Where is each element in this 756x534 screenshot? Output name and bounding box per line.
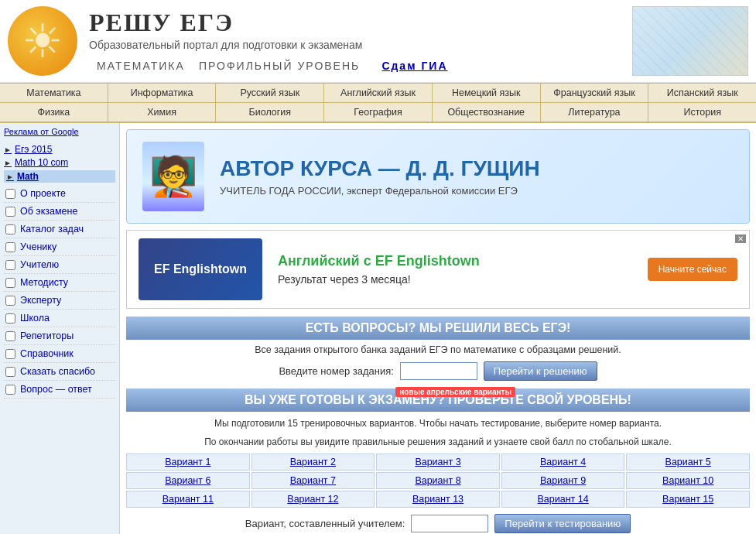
sidebar-link-8[interactable]: Репетиторы [4, 327, 115, 345]
sidebar-ad-1[interactable]: Math 10 com [4, 157, 115, 168]
sidebar-checkbox-8[interactable] [5, 331, 15, 341]
task-number-input[interactable] [400, 362, 477, 380]
sidebar-checkbox-1[interactable] [5, 207, 15, 217]
variant-link-7[interactable]: Вариант 7 [251, 472, 375, 489]
nav1-item-английский-язык[interactable]: Английский язык [324, 84, 433, 102]
variant-link-9[interactable]: Вариант 9 [501, 472, 625, 489]
sidebar-checkbox-7[interactable] [5, 313, 15, 323]
variant-link-2[interactable]: Вариант 2 [251, 454, 375, 471]
sidebar-link-9[interactable]: Справочник [4, 345, 115, 363]
go-to-testing-button[interactable]: Перейти к тестированию [494, 514, 631, 533]
variants-text2: По окончании работы вы увидите правильны… [126, 435, 750, 449]
variant-link-6[interactable]: Вариант 6 [126, 472, 250, 489]
variant-link-13[interactable]: Вариант 13 [376, 491, 500, 508]
variants-section: ВЫ УЖЕ ГОТОВЫ К ЭКЗАМЕНУ? ПРОВЕРЬТЕ СВОЙ… [126, 389, 750, 533]
sidebar-link-11[interactable]: Вопрос — ответ [4, 381, 115, 399]
main-layout: Реклама от Google Егэ 2015Math 10 comMat… [0, 123, 756, 534]
ef-subtitle: Результат через 3 месяца! [278, 273, 632, 286]
sidebar-checkbox-0[interactable] [5, 189, 15, 199]
sidebar-checkbox-6[interactable] [5, 296, 15, 306]
task-input-label: Введите номер задания: [279, 365, 393, 377]
site-subject: МАТЕМАТИКА ПРОФИЛЬНЫЙ УРОВЕНЬ Сдам ГИА [89, 54, 632, 74]
sidebar-checkbox-9[interactable] [5, 349, 15, 359]
new-badge: новые апрельские варианты [395, 387, 515, 397]
nav1-item-информатика[interactable]: Информатика [108, 84, 217, 102]
teacher-input-label: Вариант, составленный учителем: [245, 518, 405, 529]
variant-link-4[interactable]: Вариант 4 [501, 454, 625, 471]
variants-header: ВЫ УЖЕ ГОТОВЫ К ЭКЗАМЕНУ? ПРОВЕРЬТЕ СВОЙ… [126, 389, 750, 412]
ef-title: Английский с EF Englishtown [278, 253, 632, 269]
sidebar-link-0[interactable]: О проекте [4, 185, 115, 203]
nav2-item-химия[interactable]: Химия [108, 103, 217, 122]
site-subtitle: Образовательный портал для подготовки к … [89, 39, 632, 51]
variant-link-12[interactable]: Вариант 12 [251, 491, 375, 508]
variant-link-3[interactable]: Вариант 3 [376, 454, 500, 471]
variant-link-11[interactable]: Вариант 11 [126, 491, 250, 508]
sidebar-link-5[interactable]: Методисту [4, 274, 115, 292]
nav-row-2: ФизикаХимияБиологияГеографияОбществознан… [0, 103, 756, 123]
questions-section: ЕСТЬ ВОПРОСЫ? МЫ РЕШИЛИ ВЕСЬ ЕГЭ! Все за… [126, 317, 750, 381]
variants-text1: Мы подготовили 15 тренировочных варианто… [126, 416, 750, 430]
nav1-item-русский-язык[interactable]: Русский язык [216, 84, 324, 102]
sidebar-ad-0[interactable]: Егэ 2015 [4, 144, 115, 155]
questions-text: Все задания открытого банка заданий ЕГЭ … [126, 344, 750, 355]
ef-action-button[interactable]: Начните сейчас [648, 258, 737, 281]
sidebar-checkbox-10[interactable] [5, 367, 15, 377]
task-input-row: Введите номер задания: Перейти к решению [126, 361, 750, 381]
header-image [632, 6, 748, 76]
sidebar-ad-2[interactable]: Math [4, 170, 115, 183]
sidebar-checkbox-3[interactable] [5, 242, 15, 252]
nav-row-1: МатематикаИнформатикаРусский языкАнглийс… [0, 83, 756, 103]
close-icon[interactable]: ✕ [735, 234, 746, 243]
nav1-item-немецкий-язык[interactable]: Немецкий язык [433, 84, 541, 102]
author-avatar: 🧑‍🏫 [142, 142, 204, 211]
nav1-item-математика[interactable]: Математика [0, 84, 108, 102]
teacher-input-row: Вариант, составленный учителем: Перейти … [126, 514, 750, 533]
author-title: АВТОР КУРСА — Д. Д. ГУЩИН [220, 156, 734, 181]
site-title: РЕШУ ЕГЭ [89, 9, 632, 37]
author-figure-icon: 🧑‍🏫 [149, 154, 197, 199]
author-subtitle: УЧИТЕЛЬ ГОДА РОССИИ, эксперт Федеральной… [220, 185, 734, 197]
author-text-block: АВТОР КУРСА — Д. Д. ГУЩИН УЧИТЕЛЬ ГОДА Р… [220, 156, 734, 197]
nav2-item-физика[interactable]: Физика [0, 103, 108, 122]
ef-banner: EF Englishtown Английский с EF Englishto… [126, 230, 750, 309]
variant-link-15[interactable]: Вариант 15 [626, 491, 750, 508]
ef-logo: EF Englishtown [139, 238, 262, 300]
header-text: РЕШУ ЕГЭ Образовательный портал для подг… [89, 9, 632, 74]
nav2-item-история[interactable]: История [648, 103, 756, 122]
sidebar-link-2[interactable]: Каталог задач [4, 221, 115, 238]
ef-text-block: Английский с EF Englishtown Результат че… [262, 253, 648, 286]
variant-link-1[interactable]: Вариант 1 [126, 454, 250, 471]
sidebar-link-6[interactable]: Эксперту [4, 292, 115, 310]
sidebar-link-1[interactable]: Об экзамене [4, 203, 115, 221]
variant-link-5[interactable]: Вариант 5 [626, 454, 750, 471]
nav2-item-литература[interactable]: Литература [541, 103, 649, 122]
sdam-gia-link[interactable]: Сдам ГИА [381, 60, 447, 72]
variant-link-14[interactable]: Вариант 14 [501, 491, 625, 508]
sidebar-checkbox-5[interactable] [5, 278, 15, 288]
header: РЕШУ ЕГЭ Образовательный портал для подг… [0, 0, 756, 83]
sidebar-link-3[interactable]: Ученику [4, 238, 115, 256]
go-to-solution-button[interactable]: Перейти к решению [484, 361, 597, 381]
sidebar-links: Егэ 2015Math 10 comMathО проектеОб экзам… [4, 144, 115, 399]
sidebar-link-10[interactable]: Сказать спасибо [4, 363, 115, 381]
sidebar-checkbox-4[interactable] [5, 260, 15, 270]
variant-link-10[interactable]: Вариант 10 [626, 472, 750, 489]
sidebar-checkbox-11[interactable] [5, 385, 15, 395]
content-area: 🧑‍🏫 АВТОР КУРСА — Д. Д. ГУЩИН УЧИТЕЛЬ ГО… [120, 123, 756, 534]
site-logo [8, 6, 77, 76]
sidebar: Реклама от Google Егэ 2015Math 10 comMat… [0, 123, 120, 534]
teacher-variant-input[interactable] [411, 515, 488, 532]
nav2-item-биология[interactable]: Биология [216, 103, 324, 122]
ads-label[interactable]: Реклама от Google [4, 127, 115, 136]
variants-grid: Вариант 1Вариант 2Вариант 3Вариант 4Вари… [126, 454, 750, 508]
nav2-item-обществознание[interactable]: Обществознание [433, 103, 541, 122]
sidebar-link-4[interactable]: Учителю [4, 256, 115, 274]
ef-close-button[interactable]: ✕ [735, 234, 746, 243]
variant-link-8[interactable]: Вариант 8 [376, 472, 500, 489]
sidebar-checkbox-2[interactable] [5, 224, 15, 234]
nav1-item-французский-язык[interactable]: Французский язык [541, 84, 649, 102]
nav1-item-испанский-язык[interactable]: Испанский язык [648, 84, 756, 102]
nav2-item-география[interactable]: География [324, 103, 433, 122]
sidebar-link-7[interactable]: Школа [4, 310, 115, 327]
